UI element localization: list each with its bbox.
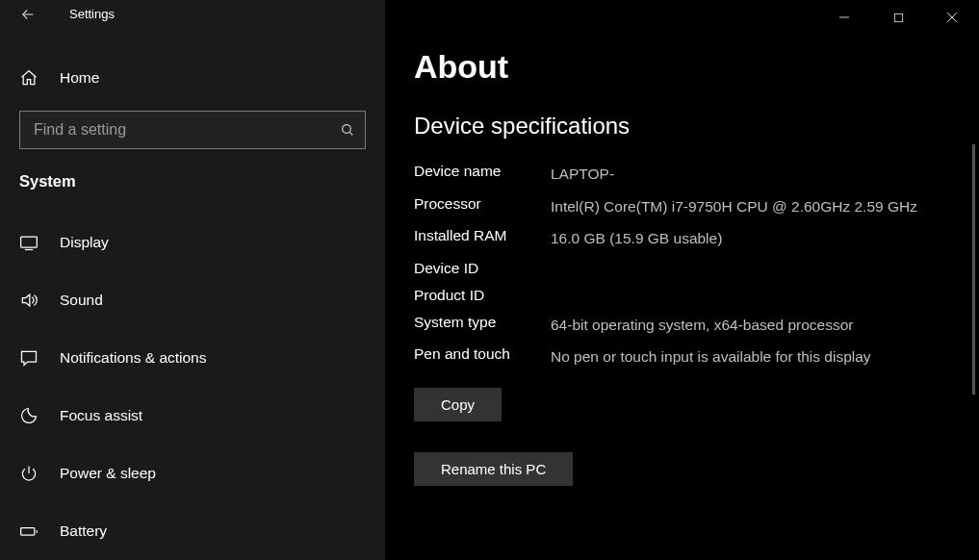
scrollbar[interactable] [972, 144, 975, 395]
spec-label: Product ID [414, 287, 551, 304]
spec-value: LAPTOP- [551, 163, 614, 186]
app-title: Settings [69, 7, 115, 21]
sidebar-item-notifications[interactable]: Notifications & actions [0, 329, 385, 387]
titlebar: Settings [0, 0, 385, 28]
battery-icon [19, 522, 39, 541]
nav-label: Display [60, 234, 109, 251]
spec-row-processor: Processor Intel(R) Core(TM) i7-9750H CPU… [414, 195, 950, 218]
spec-label: System type [414, 314, 551, 331]
search-input[interactable] [34, 121, 340, 139]
sidebar-item-focus-assist[interactable]: Focus assist [0, 387, 385, 445]
spec-label: Processor [414, 195, 551, 213]
spec-label: Device name [414, 163, 551, 180]
svg-rect-3 [894, 13, 902, 21]
focus-assist-icon [19, 406, 39, 425]
nav-label: Notifications & actions [60, 349, 207, 367]
minimize-button[interactable] [817, 0, 871, 35]
search-icon [340, 122, 355, 138]
sidebar: Settings Home System Display Sound [0, 0, 385, 560]
nav-label: Sound [60, 292, 103, 309]
nav-label: Focus assist [60, 407, 142, 424]
spec-row-ram: Installed RAM 16.0 GB (15.9 GB usable) [414, 227, 950, 250]
sidebar-item-power-sleep[interactable]: Power & sleep [0, 445, 385, 502]
spec-label: Pen and touch [414, 345, 551, 363]
spec-label: Installed RAM [414, 227, 551, 244]
back-arrow-icon[interactable] [19, 5, 39, 24]
sound-icon [19, 291, 39, 310]
spec-label: Device ID [414, 260, 551, 277]
section-device-specs: Device specifications [414, 113, 950, 140]
close-button[interactable] [925, 0, 979, 35]
spec-row-product-id: Product ID [414, 287, 950, 304]
sidebar-item-sound[interactable]: Sound [0, 271, 385, 329]
svg-rect-1 [21, 237, 38, 247]
nav-label: Battery [60, 522, 107, 540]
nav-label: Power & sleep [60, 465, 156, 482]
rename-pc-button[interactable]: Rename this PC [414, 452, 573, 486]
nav-list: Display Sound Notifications & actions Fo… [0, 214, 385, 560]
maximize-button[interactable] [871, 0, 925, 35]
svg-point-0 [343, 125, 351, 134]
sidebar-item-battery[interactable]: Battery [0, 502, 385, 560]
window-controls [817, 0, 979, 35]
content-area: About Device specifications Device name … [385, 0, 979, 560]
category-system: System [0, 155, 385, 200]
display-icon [19, 233, 39, 252]
home-icon [19, 68, 39, 88]
spec-row-system-type: System type 64-bit operating system, x64… [414, 314, 950, 337]
spec-row-pen-touch: Pen and touch No pen or touch input is a… [414, 345, 950, 369]
sidebar-item-display[interactable]: Display [0, 214, 385, 271]
spec-value: Intel(R) Core(TM) i7-9750H CPU @ 2.60GHz… [551, 195, 917, 218]
spec-value: 16.0 GB (15.9 GB usable) [551, 227, 722, 250]
home-label: Home [60, 69, 99, 87]
copy-button[interactable]: Copy [414, 388, 502, 421]
spec-row-device-id: Device ID [414, 260, 950, 277]
search-box[interactable] [19, 111, 366, 149]
power-icon [19, 464, 39, 483]
main-scroll[interactable]: About Device specifications Device name … [385, 0, 979, 560]
sidebar-item-home[interactable]: Home [0, 57, 385, 99]
svg-rect-2 [21, 528, 35, 536]
spec-row-device-name: Device name LAPTOP- [414, 163, 950, 186]
spec-value: No pen or touch input is available for t… [551, 345, 871, 369]
search-container [0, 99, 385, 155]
page-title: About [414, 48, 950, 86]
spec-value: 64-bit operating system, x64-based proce… [551, 314, 853, 337]
notifications-icon [19, 348, 39, 368]
